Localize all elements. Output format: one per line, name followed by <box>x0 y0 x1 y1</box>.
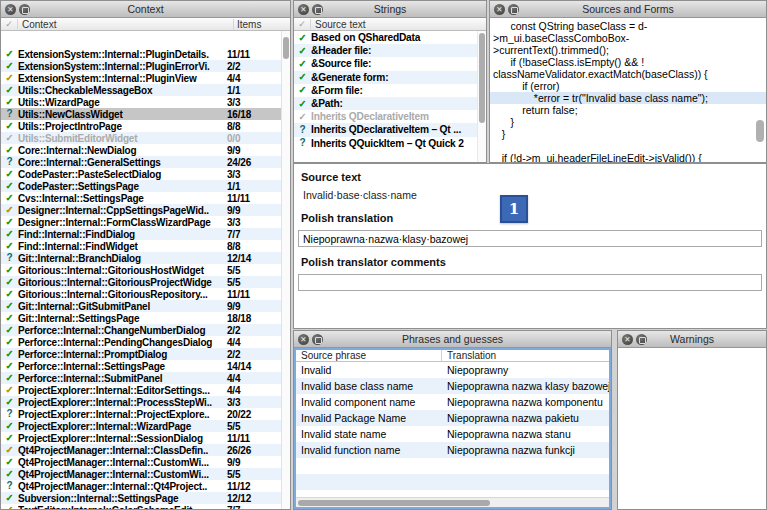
strings-scroll-thumb[interactable] <box>479 33 485 123</box>
context-row[interactable]: ✓Utils::CheckableMessageBox1/1 <box>1 84 281 96</box>
phrase-row[interactable]: Invalid component nameNiepoprawna nazwa … <box>296 394 609 410</box>
float-icon[interactable] <box>19 4 30 15</box>
context-items-count: 9/9 <box>224 145 281 156</box>
context-row[interactable]: ✓Perforce::Internal::ChangeNumberDialog2… <box>1 324 281 336</box>
context-row[interactable]: ?Core::Internal::GeneralSettings24/26 <box>1 156 281 168</box>
context-row[interactable]: ✓ProjectExplorer::Internal::EditorSettin… <box>1 384 281 396</box>
context-row[interactable]: ✓Git::Internal::SettingsPage18/18 <box>1 312 281 324</box>
context-row[interactable]: ✓Utils::WizardPage3/3 <box>1 96 281 108</box>
context-row[interactable]: ✓Perforce::Internal::SubmitPanel4/4 <box>1 372 281 384</box>
context-scroll-thumb[interactable] <box>283 37 289 59</box>
context-row[interactable]: ✓Cvs::Internal::SettingsPage11/11 <box>1 192 281 204</box>
float-icon[interactable] <box>508 4 519 15</box>
context-row[interactable]: ✓Perforce::Internal::PendingChangesDialo… <box>1 336 281 348</box>
context-items-count: 9/9 <box>224 457 281 468</box>
context-row[interactable]: ?Utils::NewClassWidget16/18 <box>1 108 281 120</box>
source-code-view[interactable]: const QString baseClass = d->m_ui.baseCl… <box>490 18 766 162</box>
context-scrollbar[interactable] <box>281 31 290 509</box>
strings-header[interactable]: ✓ Source text <box>294 18 486 31</box>
done-status-icon: ✓ <box>1 168 18 180</box>
context-row[interactable]: ✓ExtensionSystem::Internal::PluginDetail… <box>1 48 281 60</box>
context-row[interactable]: ✓Subversion::Internal::SettingsPage12/12 <box>1 492 281 504</box>
context-row[interactable]: ✓ProjectExplorer::Internal::WizardPage5/… <box>1 420 281 432</box>
string-row[interactable]: ✓&Source file: <box>294 57 477 70</box>
context-row[interactable]: ?Git::Internal::BranchDialog12/14 <box>1 252 281 264</box>
close-icon[interactable]: ✕ <box>622 334 633 345</box>
phrases-hscroll-thumb[interactable] <box>298 500 490 507</box>
source-phrase-column-header[interactable]: Source phrase <box>296 350 442 361</box>
phrases-hscrollbar[interactable] <box>296 497 609 507</box>
context-row[interactable]: ✓ProjectExplorer::Internal::SessionDialo… <box>1 432 281 444</box>
string-row[interactable]: ?Inherits QQuickItem – Qt Quick 2 <box>294 137 477 150</box>
context-row[interactable]: ✓Gitorious::Internal::GitoriousRepositor… <box>1 288 281 300</box>
float-icon[interactable] <box>312 334 323 345</box>
context-row[interactable]: ?ProjectExplorer::Internal::ProjectExplo… <box>1 408 281 420</box>
question-status-icon: ? <box>1 156 18 168</box>
context-name: Qt4ProjectManager::Internal::CustomWi... <box>18 469 224 480</box>
code-line: if (!baseClass.isEmpty() && ! <box>490 56 766 68</box>
context-row[interactable]: ✓Find::Internal::FindWidget8/8 <box>1 240 281 252</box>
phrase-row[interactable]: Invalid Package NameNiepoprawna nazwa pa… <box>296 410 609 426</box>
string-row[interactable]: ✓Based on QSharedData <box>294 31 477 44</box>
context-items-count: 4/4 <box>224 73 281 84</box>
context-row[interactable]: ✓ExtensionSystem::Internal::PluginView4/… <box>1 72 281 84</box>
context-rows: ✓ExtensionSystem::Internal::PluginDetail… <box>1 48 281 509</box>
phrase-row[interactable]: InvalidNiepoprawny <box>296 362 609 378</box>
context-row[interactable]: ✓CodePaster::PasteSelectDialog3/3 <box>1 168 281 180</box>
context-header[interactable]: ✓ Context Items <box>1 18 290 31</box>
context-name: CodePaster::PasteSelectDialog <box>18 169 224 180</box>
comments-input[interactable] <box>298 274 762 291</box>
sources-scroll-thumb[interactable] <box>756 120 764 142</box>
phrase-row-empty <box>296 474 609 490</box>
context-row[interactable]: ✓Perforce::Internal::PromptDialog2/2 <box>1 348 281 360</box>
context-row[interactable]: ✓ExtensionSystem::Internal::PluginErrorV… <box>1 60 281 72</box>
string-row[interactable]: ✓&Generate form: <box>294 71 477 84</box>
context-row[interactable]: ✓Qt4ProjectManager::Internal::ClassDefin… <box>1 444 281 456</box>
context-row[interactable]: ✓Perforce::Internal::SettingsPage14/14 <box>1 360 281 372</box>
items-column-header[interactable]: Items <box>233 19 290 30</box>
context-row[interactable]: ✓TextEditor::Internal::ColorSchemeEdit7/… <box>1 504 281 509</box>
phrase-row-empty <box>296 458 609 474</box>
context-row[interactable]: ✓Utils::ProjectIntroPage8/8 <box>1 120 281 132</box>
context-row[interactable]: ✓Core::Internal::NewDialog9/9 <box>1 144 281 156</box>
context-row[interactable]: ✓Gitorious::Internal::GitoriousProjectWi… <box>1 276 281 288</box>
phrase-row[interactable]: Invalid state nameNiepoprawna nazwa stan… <box>296 426 609 442</box>
close-icon[interactable]: ✕ <box>298 334 309 345</box>
string-row[interactable]: ?Inherits QDeclarativeItem – Qt ... <box>294 123 477 136</box>
phrase-row[interactable]: Invalid base class nameNiepoprawna nazwa… <box>296 378 609 394</box>
context-row[interactable]: ✓CodePaster::SettingsPage1/1 <box>1 180 281 192</box>
close-icon[interactable]: ✕ <box>5 4 16 15</box>
translation-column-header[interactable]: Translation <box>442 350 609 361</box>
done-status-icon: ✓ <box>294 32 311 44</box>
phrases-header[interactable]: Source phrase Translation <box>296 350 609 362</box>
done-status-icon: ✓ <box>1 264 18 276</box>
context-row[interactable]: ✓Gitorious::Internal::GitoriousHostWidge… <box>1 264 281 276</box>
close-icon[interactable]: ✕ <box>298 4 309 15</box>
context-items-count: 16/18 <box>224 109 281 120</box>
strings-scrollbar[interactable] <box>477 31 486 162</box>
context-row[interactable]: ✓Designer::Internal::FormClassWizardPage… <box>1 216 281 228</box>
source-text-column-header[interactable]: Source text <box>311 19 486 30</box>
context-column-header[interactable]: Context <box>18 19 233 30</box>
string-row[interactable]: ✓&Form file: <box>294 84 477 97</box>
context-items-count: 11/11 <box>224 49 281 60</box>
context-name: Subversion::Internal::SettingsPage <box>18 493 224 504</box>
string-row[interactable]: ✓&Header file: <box>294 44 477 57</box>
context-name: Designer::Internal::FormClassWizardPage <box>18 217 224 228</box>
float-icon[interactable] <box>636 334 647 345</box>
close-icon[interactable]: ✕ <box>494 4 505 15</box>
string-row[interactable]: ✓Inherits QDeclarativeItem <box>294 110 477 123</box>
translation-input[interactable]: Niepoprawna·nazwa·klasy·bazowej <box>298 230 762 247</box>
context-row[interactable]: ?Qt4ProjectManager::Internal::Qt4Project… <box>1 480 281 492</box>
context-row[interactable]: ✓Qt4ProjectManager::Internal::CustomWi..… <box>1 468 281 480</box>
string-row[interactable]: ✓&Path: <box>294 97 477 110</box>
context-row[interactable]: ✓Git::Internal::GitSubmitPanel9/9 <box>1 300 281 312</box>
context-row[interactable]: ✓Qt4ProjectManager::Internal::CustomWi..… <box>1 456 281 468</box>
context-row[interactable]: ✓Utils::SubmitEditorWidget0/0 <box>1 132 281 144</box>
phrase-row[interactable]: Invalid function nameNiepoprawna nazwa f… <box>296 442 609 458</box>
context-row[interactable]: ✓Find::Internal::FindDialog7/7 <box>1 228 281 240</box>
context-row[interactable]: ✓Designer::Internal::CppSettingsPageWid.… <box>1 204 281 216</box>
float-icon[interactable] <box>312 4 323 15</box>
context-items-count: 11/11 <box>224 433 281 444</box>
context-row[interactable]: ✓ProjectExplorer::Internal::ProcessStepW… <box>1 396 281 408</box>
